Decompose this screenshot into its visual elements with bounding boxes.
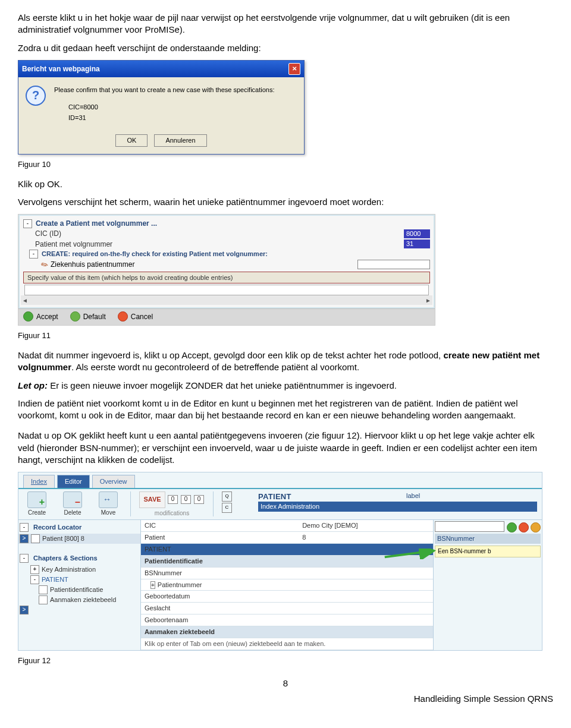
para5: Nadat dit nummer ingevoerd is, klikt u o… xyxy=(18,349,553,374)
expand-patientnummer[interactable]: + xyxy=(150,581,155,589)
cancel-form-button[interactable]: Cancel xyxy=(118,311,153,322)
toggle-cs[interactable]: - xyxy=(20,554,29,563)
dialog-msg-id: ID=31 xyxy=(54,114,297,122)
caption-fig10: Figuur 10 xyxy=(18,159,553,170)
cs-more[interactable]: > xyxy=(20,606,29,614)
cs-patientidentificatie[interactable]: Patientidentificatie xyxy=(50,585,103,594)
counter-0b: 0 xyxy=(181,495,191,504)
cancel-input-icon[interactable] xyxy=(519,522,529,532)
row-aanmaken-ziektebeeld: Aanmaken ziektebeeld xyxy=(141,626,433,638)
default-button[interactable]: Default xyxy=(70,311,106,322)
fld-cic[interactable]: CIC xyxy=(141,520,299,531)
pencil-icon: ✎ xyxy=(39,258,51,271)
collapse-rl-item[interactable]: > xyxy=(20,534,29,543)
svg-line-0 xyxy=(385,551,434,557)
fld-geboortedatum[interactable]: Geboortedatum xyxy=(141,591,299,603)
label-modifications: modifications xyxy=(155,509,189,518)
create-patient-form: - Create a Patient met volgnummer ... CI… xyxy=(18,214,435,326)
expand-keyadmin[interactable]: + xyxy=(30,565,39,574)
toggle-rl[interactable]: - xyxy=(20,523,29,532)
val-cic: Demo City [DEMO] xyxy=(299,520,433,531)
ok-button[interactable]: OK xyxy=(115,134,148,147)
editor-screenshot: Index Editor Overview Create Delete Move… xyxy=(18,472,542,651)
dialog-message: Please confirm that you want to create a… xyxy=(54,86,297,125)
qc-checkboxes[interactable]: QC xyxy=(222,491,232,513)
counter-0a: 0 xyxy=(168,495,178,504)
value-volgnummer: 31 xyxy=(404,239,430,248)
para2: Zodra u dit gedaan heeft verschijnt de o… xyxy=(18,42,553,54)
caption-fig11: Figuur 11 xyxy=(18,330,553,341)
specify-input[interactable] xyxy=(24,285,429,295)
dialog-title: Bericht van webpagina xyxy=(22,64,100,74)
label-ziekenhuis-patientnummer: Ziekenhuis patientnummer xyxy=(51,260,357,269)
para7: Indien de patiënt niet voorkomt komt u i… xyxy=(18,398,553,422)
val-patient: 8 xyxy=(299,532,433,544)
para3: Klik op OK. xyxy=(18,178,553,190)
dialog-msg-cic: CIC=8000 xyxy=(54,103,297,112)
default-icon xyxy=(70,311,80,322)
para4: Vervolgens verschijnt het scherm, waarin… xyxy=(18,196,553,208)
fld-geslacht[interactable]: Geslacht xyxy=(141,603,299,614)
scroll-left-icon[interactable]: ◄ xyxy=(22,297,28,305)
h-scrollbar[interactable]: ◄ ► xyxy=(21,295,432,305)
cs-patient[interactable]: PATIENT xyxy=(42,575,68,584)
value-cic: 8000 xyxy=(404,229,430,238)
toolbar-move[interactable]: Move xyxy=(95,491,122,517)
header-label: label xyxy=(406,491,537,502)
input-ziekenhuis-patientnummer[interactable] xyxy=(357,260,430,269)
header-index-admin: Index Administration xyxy=(258,502,537,512)
label-cic: CIC (ID) xyxy=(23,229,404,238)
fld-patient[interactable]: Patient xyxy=(141,532,299,544)
collapse-toggle-sub[interactable]: - xyxy=(29,250,38,259)
para1: Als eerste klikt u in het hokje waar de … xyxy=(18,12,553,36)
rl-patient[interactable]: Patient [800] 8 xyxy=(42,534,84,543)
fld-geboortenaam[interactable]: Geboortenaam xyxy=(141,614,299,626)
tab-index[interactable]: Index xyxy=(23,475,55,488)
accept-button[interactable]: Accept xyxy=(23,311,58,322)
page-number: 8 xyxy=(18,677,553,689)
cs-key-admin[interactable]: Key Administration xyxy=(42,565,96,574)
counter-0c: 0 xyxy=(194,495,204,504)
move-icon xyxy=(99,491,118,508)
chk-aanmaken[interactable] xyxy=(39,595,48,604)
close-icon[interactable]: ✕ xyxy=(288,63,300,75)
para8: Nadat u op OK geklikt heeft kunt u een a… xyxy=(18,430,553,466)
para6: Let op: Er is geen nieuwe invoer mogelij… xyxy=(18,380,553,392)
footer-title: Handleiding Simple Session QRNS xyxy=(18,693,553,705)
cancel-button[interactable]: Annuleren xyxy=(154,134,206,147)
create-icon xyxy=(27,491,46,508)
chapters-sections-head: Chapters & Sections xyxy=(31,553,100,564)
annotation-arrow xyxy=(384,549,437,559)
dialog-titlebar: Bericht van webpagina ✕ xyxy=(18,61,304,77)
question-icon: ? xyxy=(26,86,46,106)
collapse-patient[interactable]: - xyxy=(30,575,39,584)
checkbox-rl[interactable] xyxy=(31,534,40,543)
chk-patientid[interactable] xyxy=(39,585,48,594)
fld-patientnummer[interactable]: Patientnummer xyxy=(158,581,202,588)
subheader-create: CREATE: required on-the-fly check for ex… xyxy=(42,250,268,259)
row-instructie: Klik op enter of Tab om een (nieuw) ziek… xyxy=(141,638,433,650)
dialog-confirm: Bericht van webpagina ✕ ? Please confirm… xyxy=(18,60,305,155)
dialog-msg-line: Please confirm that you want to create a… xyxy=(54,86,297,94)
toolbar-delete[interactable]: Delete xyxy=(59,491,86,517)
caption-fig12: Figuur 12 xyxy=(18,655,553,666)
label-bsn-right: BSNnummer xyxy=(435,534,541,544)
cs-aanmaken-ziektebeeld[interactable]: Aanmaken ziektebeeld xyxy=(50,595,116,604)
label-volgnummer: Patient met volgnummer xyxy=(23,239,404,249)
tooltip-bsn: Een BSN-nummer b xyxy=(435,546,541,557)
save-button[interactable]: SAVE xyxy=(139,491,165,508)
help-icon[interactable] xyxy=(531,522,541,532)
cancel-icon xyxy=(118,311,128,322)
confirm-icon[interactable] xyxy=(507,522,517,532)
toolbar-create[interactable]: Create xyxy=(23,491,51,517)
input-bsn[interactable] xyxy=(435,521,504,532)
delete-icon xyxy=(63,491,82,508)
specify-header: Specify value of this item (which helps … xyxy=(23,272,430,284)
tab-overview[interactable]: Overview xyxy=(92,475,135,488)
tab-editor[interactable]: Editor xyxy=(57,475,90,488)
header-patient: PATIENT xyxy=(258,491,406,502)
scroll-right-icon[interactable]: ► xyxy=(425,297,431,305)
fld-bsn[interactable]: BSNnummer xyxy=(141,567,299,579)
accept-icon xyxy=(23,311,33,322)
collapse-toggle-main[interactable]: - xyxy=(23,219,32,228)
